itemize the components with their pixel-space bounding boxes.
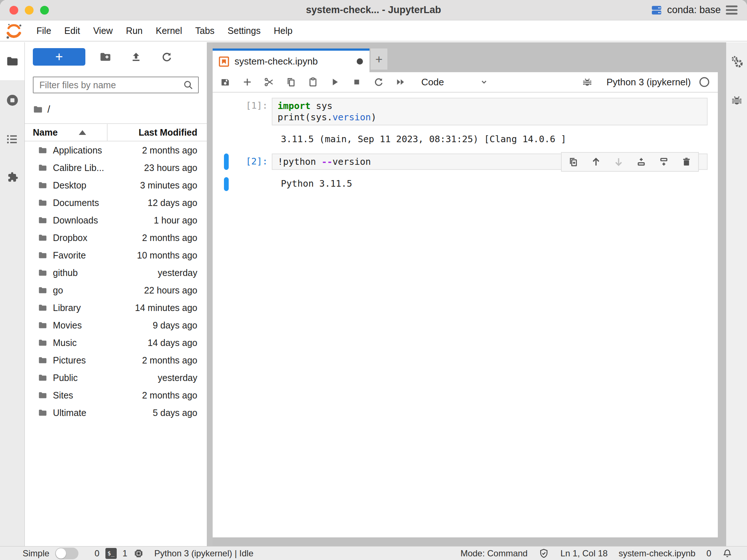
folder-icon — [38, 250, 47, 260]
run-button[interactable] — [329, 75, 341, 89]
file-browser-row[interactable]: Applications 2 months ago — [25, 141, 207, 159]
insert-cell-button[interactable] — [241, 75, 253, 89]
notebook-tab[interactable]: system-check.ipynb — [213, 48, 369, 72]
duplicate-cell-button[interactable] — [568, 156, 579, 168]
insert-cell-below-button[interactable] — [658, 156, 670, 168]
menu-item-help[interactable]: Help — [267, 26, 299, 36]
bell-icon[interactable] — [722, 548, 732, 559]
new-tab-button[interactable]: + — [371, 48, 387, 70]
file-browser-row[interactable]: Calibre Lib... 23 hours ago — [25, 159, 207, 176]
debugger-tab[interactable] — [731, 94, 743, 106]
tab-dirty-indicator[interactable] — [357, 58, 363, 65]
file-browser-row[interactable]: Movies 9 days ago — [25, 316, 207, 334]
file-last-modified: 10 months ago — [137, 250, 197, 261]
tab-bar: system-check.ipynb + — [213, 42, 726, 72]
file-browser-row[interactable]: Ultimate 5 days ago — [25, 404, 207, 421]
menu-item-kernel[interactable]: Kernel — [149, 26, 189, 36]
file-name: Applications — [53, 145, 102, 156]
cell-1-output: 3.11.5 (main, Sep 11 2023, 08:31:25) [Cl… — [213, 133, 718, 145]
file-browser-row[interactable]: Desktop 3 minutes ago — [25, 176, 207, 194]
save-button[interactable] — [219, 75, 232, 89]
file-name: Library — [53, 303, 81, 313]
code-input[interactable]: import sysprint(sys.version) — [272, 98, 708, 125]
kernel-status-indicator[interactable] — [699, 77, 710, 88]
paste-cells-button[interactable] — [307, 75, 319, 89]
breadcrumb: / — [33, 103, 207, 116]
sidebar-tab-file-browser[interactable] — [0, 42, 24, 80]
debugger-toggle-button[interactable] — [581, 75, 593, 89]
file-last-modified: 14 minutes ago — [135, 303, 197, 313]
restart-kernel-button[interactable] — [372, 75, 385, 89]
cell-type-dropdown[interactable]: Code — [421, 77, 489, 88]
file-browser-row[interactable]: go 22 hours ago — [25, 281, 207, 299]
file-browser-row[interactable]: Sites 2 months ago — [25, 386, 207, 404]
menu-item-edit[interactable]: Edit — [58, 26, 86, 36]
sidebar-tab-extensions[interactable] — [5, 171, 19, 184]
menu-item-settings[interactable]: Settings — [221, 26, 267, 36]
menu-item-file[interactable]: File — [30, 26, 58, 36]
file-browser-row[interactable]: Favorite 10 months ago — [25, 246, 207, 264]
list-icon — [6, 133, 19, 146]
simple-mode-toggle[interactable] — [55, 548, 78, 559]
mode-indicator[interactable]: Mode: Command — [460, 548, 527, 559]
new-launcher-button[interactable]: + — [33, 48, 85, 66]
file-name: Favorite — [53, 250, 86, 261]
terminals-count[interactable]: 0 — [94, 548, 99, 559]
file-last-modified: 9 days ago — [153, 320, 197, 331]
file-browser-row[interactable]: Public yesterday — [25, 369, 207, 386]
cursor-position[interactable]: Ln 1, Col 18 — [560, 548, 607, 559]
property-inspector-tab[interactable] — [730, 55, 744, 69]
column-header-last-modified[interactable]: Last Modified — [108, 127, 207, 138]
file-browser-row[interactable]: github yesterday — [25, 264, 207, 281]
insert-cell-above-button[interactable] — [635, 156, 647, 168]
notifications-count[interactable]: 0 — [707, 548, 711, 559]
upload-button[interactable] — [125, 48, 147, 66]
move-cell-up-button[interactable] — [590, 156, 602, 168]
interrupt-kernel-button[interactable] — [351, 75, 363, 89]
copy-cells-button[interactable] — [285, 75, 297, 89]
column-header-name[interactable]: Name — [25, 124, 108, 141]
file-browser-row[interactable]: Library 14 minutes ago — [25, 299, 207, 316]
file-browser-row[interactable]: Downloads 1 hour ago — [25, 211, 207, 229]
sidebar-tab-toc[interactable] — [6, 133, 19, 146]
conda-badge[interactable]: conda: base — [667, 4, 721, 16]
refresh-button[interactable] — [156, 48, 177, 66]
restart-run-all-button[interactable] — [394, 75, 407, 89]
panel-splitter[interactable] — [207, 42, 213, 546]
execution-prompt: [1]: — [213, 98, 272, 125]
traffic-light-close[interactable] — [9, 6, 18, 15]
menu-item-view[interactable]: View — [86, 26, 119, 36]
breadcrumb-root[interactable]: / — [47, 104, 50, 115]
menu-item-tabs[interactable]: Tabs — [189, 26, 221, 36]
kernel-status[interactable]: Python 3 (ipykernel) | Idle — [154, 548, 253, 559]
sidebar-tab-running[interactable] — [6, 94, 19, 107]
sort-ascending-icon — [79, 130, 86, 135]
new-folder-button[interactable] — [95, 48, 116, 66]
folder-icon — [38, 355, 47, 365]
file-last-modified: yesterday — [158, 373, 197, 383]
traffic-light-zoom[interactable] — [40, 6, 49, 15]
file-filter-input[interactable] — [39, 79, 183, 91]
file-browser-row[interactable]: Music 14 days ago — [25, 334, 207, 351]
kernels-count[interactable]: 1 — [123, 548, 127, 559]
file-name: Sites — [53, 390, 73, 401]
file-browser-row[interactable]: Pictures 2 months ago — [25, 351, 207, 369]
folder-icon — [38, 285, 47, 295]
traffic-light-minimize[interactable] — [25, 6, 34, 15]
code-input[interactable]: !python --version — [272, 153, 708, 170]
chip-icon[interactable] — [133, 548, 144, 559]
delete-cell-button[interactable] — [681, 156, 692, 168]
folder-icon — [38, 233, 47, 242]
file-last-modified: 2 months ago — [142, 390, 198, 401]
shield-check-icon[interactable] — [538, 548, 549, 559]
move-cell-down-button[interactable] — [613, 156, 624, 168]
kernel-name[interactable]: Python 3 (ipykernel) — [607, 77, 691, 88]
hamburger-menu-icon[interactable] — [726, 5, 738, 15]
menu-item-run[interactable]: Run — [119, 26, 149, 36]
bug-icon — [731, 94, 743, 106]
file-browser-row[interactable]: Dropbox 2 months ago — [25, 229, 207, 246]
file-last-modified: 1 hour ago — [154, 215, 197, 226]
terminal-icon[interactable]: $_ — [105, 548, 117, 559]
cut-cells-button[interactable] — [263, 75, 275, 89]
file-browser-row[interactable]: Documents 12 days ago — [25, 194, 207, 211]
